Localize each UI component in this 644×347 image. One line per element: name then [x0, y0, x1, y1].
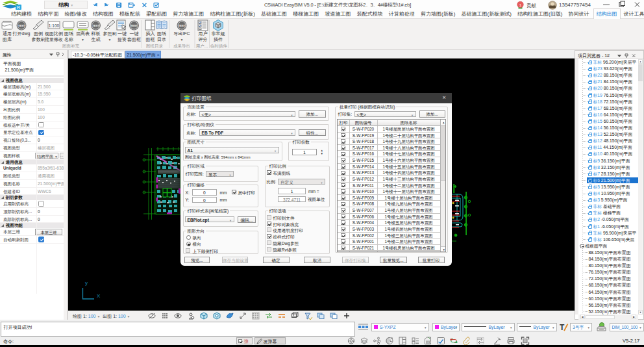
svg-text:DWG: DWG — [425, 341, 431, 344]
svg-text:TEST: TEST — [130, 24, 138, 27]
svg-text:TEST: TEST — [18, 24, 25, 27]
svg-text:R: R — [17, 5, 20, 10]
svg-text:1:100: 1:100 — [49, 23, 60, 28]
svg-text:X: X — [97, 293, 101, 299]
svg-text:y: y — [85, 280, 88, 286]
svg-text:TEST: TEST — [92, 24, 99, 27]
svg-text:TEST: TEST — [179, 24, 186, 27]
